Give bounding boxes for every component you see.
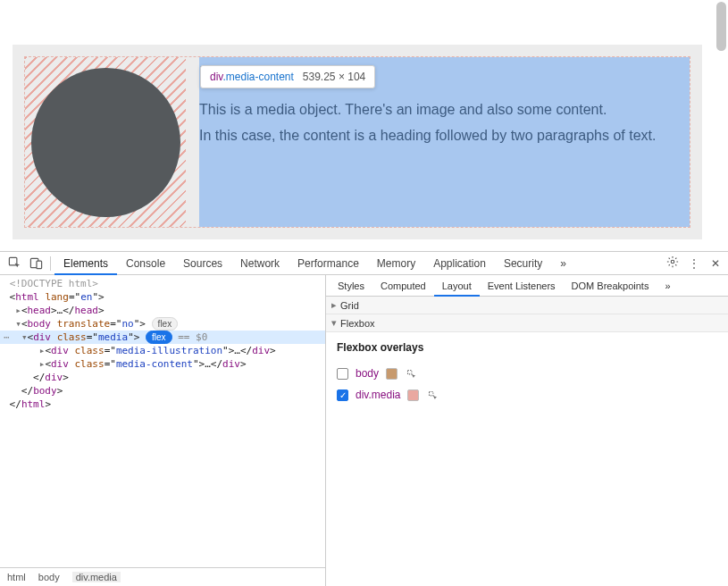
devtools-main-tabs: Elements Console Sources Network Perform… xyxy=(0,252,728,275)
tooltip-tag: div xyxy=(210,71,222,83)
svg-rect-2 xyxy=(36,261,41,268)
side-tabs: Styles Computed Layout Event Listeners D… xyxy=(326,275,728,297)
section-grid[interactable]: ▸Grid xyxy=(326,297,728,314)
sidetab-eventlisteners[interactable]: Event Listeners xyxy=(480,275,564,297)
tooltip-selector: div.media-content xyxy=(210,71,294,83)
dom-div-close[interactable]: </div> xyxy=(0,371,325,384)
overlay-highlight-icon[interactable] xyxy=(405,367,417,380)
dom-html-open[interactable]: <html lang="en"> xyxy=(0,290,325,304)
tab-security[interactable]: Security xyxy=(495,252,551,275)
breadcrumb-divmedia[interactable]: div.media xyxy=(72,572,121,582)
dom-media-content[interactable]: ▸<div class="media-content">…</div> xyxy=(0,357,325,371)
flexbox-overlays: Flexbox overlays body ✓ div.media xyxy=(326,332,728,414)
device-toolbar-icon[interactable] xyxy=(25,253,46,274)
overlay-row-divmedia: ✓ div.media xyxy=(337,384,717,406)
breadcrumb-html[interactable]: html xyxy=(7,572,26,582)
overlay-swatch-divmedia[interactable] xyxy=(407,389,419,401)
tab-sources[interactable]: Sources xyxy=(174,252,231,275)
styles-side-panel: Styles Computed Layout Event Listeners D… xyxy=(326,275,728,586)
media-paragraph-1: This is a media object. There's an image… xyxy=(199,99,690,120)
placeholder-circle xyxy=(31,68,180,217)
dom-body-close[interactable]: </body> xyxy=(0,384,325,398)
sidetab-styles[interactable]: Styles xyxy=(330,275,372,297)
tooltip-class: .media-content xyxy=(222,71,293,83)
svg-rect-5 xyxy=(430,392,433,396)
overlays-title: Flexbox overlays xyxy=(337,341,717,354)
tab-memory[interactable]: Memory xyxy=(368,252,424,275)
devtools-panel: Elements Console Sources Network Perform… xyxy=(0,251,728,586)
dom-doctype[interactable]: <!DOCTYPE html> xyxy=(0,277,325,290)
tab-elements[interactable]: Elements xyxy=(54,252,117,275)
sidetab-computed[interactable]: Computed xyxy=(372,275,434,297)
sidetab-layout[interactable]: Layout xyxy=(434,275,480,297)
dom-illustration[interactable]: ▸<div class="media-illustration">…</div> xyxy=(0,344,325,357)
media-paragraph-2: In this case, the content is a heading f… xyxy=(199,125,690,146)
breadcrumb-body[interactable]: body xyxy=(38,572,60,582)
more-icon[interactable]: ⋮ xyxy=(685,257,703,270)
overlay-row-body: body xyxy=(337,363,717,384)
divider xyxy=(50,256,51,271)
element-info-tooltip: div.media-content 539.25 × 104 xyxy=(200,65,375,88)
section-grid-label: Grid xyxy=(340,300,359,311)
chevron-right-icon: ▸ xyxy=(331,299,340,311)
overlay-label-body[interactable]: body xyxy=(356,367,379,380)
chevron-down-icon: ▾ xyxy=(331,317,340,329)
dom-breadcrumb: html body div.media xyxy=(0,567,325,586)
dom-tree[interactable]: <!DOCTYPE html> <html lang="en"> ▸<head>… xyxy=(0,275,325,567)
media-illustration xyxy=(25,57,186,227)
overlay-highlight-icon[interactable] xyxy=(426,389,439,401)
dom-head[interactable]: ▸<head>…</head> xyxy=(0,304,325,317)
sidetab-overflow[interactable]: » xyxy=(657,275,678,297)
scrollbar-thumb[interactable] xyxy=(716,2,726,51)
close-icon[interactable]: ✕ xyxy=(707,257,724,270)
tab-application[interactable]: Application xyxy=(424,252,495,275)
overlay-checkbox-body[interactable] xyxy=(337,368,348,380)
svg-rect-4 xyxy=(408,371,412,374)
svg-point-3 xyxy=(671,260,674,264)
overlay-checkbox-divmedia[interactable]: ✓ xyxy=(337,389,348,401)
tab-network[interactable]: Network xyxy=(231,252,289,275)
overlay-label-divmedia[interactable]: div.media xyxy=(356,389,400,401)
dom-html-close[interactable]: </html> xyxy=(0,398,325,411)
section-flexbox-label: Flexbox xyxy=(340,318,375,329)
tooltip-dimensions: 539.25 × 104 xyxy=(303,71,365,83)
dom-body-open[interactable]: ▾<body translate="no"> flex xyxy=(0,317,325,331)
browser-viewport: Media Object This is a media object. The… xyxy=(0,0,728,251)
dom-media-open[interactable]: ⋯ ▾<div class="media"> flex == $0 xyxy=(0,331,325,344)
inspect-element-icon[interactable] xyxy=(4,253,25,274)
tab-overflow[interactable]: » xyxy=(551,252,575,275)
devtools-body: <!DOCTYPE html> <html lang="en"> ▸<head>… xyxy=(0,275,728,586)
sidetab-dombreakpoints[interactable]: DOM Breakpoints xyxy=(564,275,657,297)
tab-performance[interactable]: Performance xyxy=(289,252,368,275)
gear-icon[interactable] xyxy=(664,255,682,271)
overlay-swatch-body[interactable] xyxy=(386,368,397,380)
dom-panel: <!DOCTYPE html> <html lang="en"> ▸<head>… xyxy=(0,275,326,586)
section-flexbox[interactable]: ▾Flexbox xyxy=(326,314,728,332)
tab-console[interactable]: Console xyxy=(117,252,174,275)
